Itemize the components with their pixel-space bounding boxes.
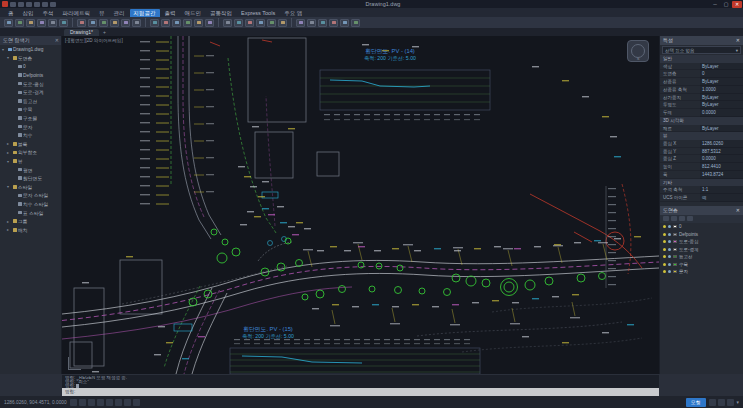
tree-item[interactable]: ▾도면층 — [0, 54, 61, 63]
status-tool-icon[interactable] — [727, 399, 734, 406]
layer-color-chip[interactable] — [673, 240, 677, 243]
layer-row[interactable]: 0 — [660, 223, 743, 231]
layer-color-chip[interactable] — [673, 255, 677, 258]
ribbon-tab-11[interactable]: 주요 앱 — [280, 9, 306, 17]
command-line[interactable]: 명령: _REGEN 모형 재생성 중.명령: *취소*명령: — [62, 374, 659, 388]
tree-expand-icon[interactable]: ▸ — [7, 227, 11, 232]
ribbon-button[interactable] — [77, 19, 86, 27]
ribbon-button[interactable] — [278, 19, 287, 27]
delete-layer-icon[interactable] — [671, 216, 677, 221]
ribbon-button[interactable] — [121, 19, 130, 27]
ribbon-button[interactable] — [88, 19, 97, 27]
ribbon-button[interactable] — [150, 19, 159, 27]
ribbon-button[interactable] — [172, 19, 181, 27]
property-value[interactable]: ByLayer — [700, 78, 743, 86]
ribbon-button[interactable] — [340, 19, 349, 27]
layer-freeze-icon[interactable] — [668, 225, 671, 228]
customize-menu-icon[interactable]: ▾ — [737, 400, 739, 405]
new-tab-button[interactable]: + — [100, 29, 109, 36]
minimize-button[interactable]: ─ — [710, 1, 720, 8]
ribbon-button[interactable] — [307, 19, 316, 27]
ribbon-button[interactable] — [329, 19, 338, 27]
ribbon-tab-5[interactable]: 관리 — [110, 9, 129, 17]
save-icon[interactable] — [26, 2, 32, 7]
ribbon-button[interactable] — [132, 19, 141, 27]
property-value[interactable]: ByLayer — [700, 101, 743, 109]
layer-on-icon[interactable] — [663, 263, 666, 266]
ribbon-tab-3[interactable]: 파라메트릭 — [59, 9, 95, 17]
ribbon-button[interactable] — [245, 19, 254, 27]
ribbon-button[interactable] — [161, 19, 170, 27]
layer-row[interactable]: 도로-중심 — [660, 238, 743, 246]
status-toggle-icon[interactable] — [133, 399, 140, 406]
tree-item[interactable]: ▸배치 — [0, 225, 61, 234]
layer-color-chip[interactable] — [673, 263, 677, 266]
ribbon-tab-1[interactable]: 삽입 — [19, 9, 38, 17]
layer-freeze-icon[interactable] — [668, 263, 671, 266]
property-value[interactable]: 1.0000 — [700, 86, 743, 94]
tree-item[interactable]: ▾스타일 — [0, 183, 61, 192]
new-icon[interactable] — [10, 2, 16, 7]
ribbon-button[interactable] — [48, 19, 57, 27]
undo-icon[interactable] — [34, 2, 40, 7]
layer-on-icon[interactable] — [663, 225, 666, 228]
property-value[interactable]: 812.4410 — [700, 163, 743, 171]
tree-item[interactable]: ▸블록 — [0, 140, 61, 149]
explorer-close-icon[interactable]: ✕ — [55, 36, 61, 45]
ribbon-tab-8[interactable]: 애드인 — [181, 9, 206, 17]
ribbon-tab-0[interactable]: 홈 — [4, 9, 18, 17]
status-toggle-icon[interactable] — [79, 399, 86, 406]
ribbon-button[interactable] — [4, 19, 13, 27]
ribbon-button[interactable] — [26, 19, 35, 27]
tree-item[interactable]: 횡단면도 — [0, 174, 61, 183]
ribbon-tab-2[interactable]: 주석 — [39, 9, 58, 17]
selection-dropdown[interactable]: 선택 요소 없음 ▾ — [662, 46, 741, 54]
tree-item[interactable]: Defpoints — [0, 71, 61, 80]
layer-color-chip[interactable] — [673, 225, 677, 228]
ribbon-tab-10[interactable]: Express Tools — [237, 9, 279, 17]
layer-on-icon[interactable] — [663, 240, 666, 243]
model-space-button[interactable]: 모형 — [686, 398, 706, 407]
tree-item[interactable]: ▸그룹 — [0, 217, 61, 226]
property-value[interactable]: 0 — [700, 70, 743, 78]
tree-item[interactable]: 치수 — [0, 131, 61, 140]
status-tool-icon[interactable] — [709, 399, 716, 406]
tree-item[interactable]: 도로-경계 — [0, 88, 61, 97]
property-section-3[interactable]: 기타 — [660, 179, 743, 187]
status-toggle-icon[interactable] — [97, 399, 104, 406]
status-toggle-icon[interactable] — [88, 399, 95, 406]
tree-item[interactable]: ▾Drawing1.dwg — [0, 45, 61, 54]
ribbon-button[interactable] — [99, 19, 108, 27]
tree-expand-icon[interactable]: ▸ — [7, 150, 11, 155]
layer-row[interactable]: 문자 — [660, 268, 743, 276]
property-value[interactable]: 1:1 — [700, 186, 743, 194]
ribbon-button[interactable] — [256, 19, 265, 27]
layer-row[interactable]: 등고선 — [660, 253, 743, 261]
tree-expand-icon[interactable]: ▾ — [7, 159, 11, 164]
layer-on-icon[interactable] — [663, 270, 666, 273]
ribbon-button[interactable] — [59, 19, 68, 27]
property-value[interactable]: ByLayer — [700, 63, 743, 71]
layer-row[interactable]: 수목 — [660, 260, 743, 268]
tree-item[interactable]: 문자 스타일 — [0, 191, 61, 200]
layer-freeze-icon[interactable] — [668, 233, 671, 236]
tree-item[interactable]: 구조물 — [0, 114, 61, 123]
ribbon-button[interactable] — [183, 19, 192, 27]
layer-color-chip[interactable] — [673, 233, 677, 236]
layers-close-icon[interactable]: ✕ — [736, 206, 740, 215]
layer-freeze-icon[interactable] — [668, 248, 671, 251]
tree-item[interactable]: 등고선 — [0, 97, 61, 106]
ribbon-button[interactable] — [110, 19, 119, 27]
property-value[interactable]: 0.0000 — [700, 155, 743, 163]
layer-on-icon[interactable] — [663, 248, 666, 251]
tree-expand-icon[interactable]: ▾ — [7, 55, 11, 60]
open-icon[interactable] — [18, 2, 24, 7]
ribbon-button[interactable] — [267, 19, 276, 27]
viewcube[interactable]: S — [627, 40, 649, 62]
layer-color-chip[interactable] — [673, 270, 677, 273]
layer-on-icon[interactable] — [663, 233, 666, 236]
properties-close-icon[interactable]: ✕ — [736, 36, 740, 45]
tree-item[interactable]: 표 스타일 — [0, 208, 61, 217]
new-layer-icon[interactable] — [663, 216, 669, 221]
property-value[interactable]: ByLayer — [700, 125, 743, 133]
